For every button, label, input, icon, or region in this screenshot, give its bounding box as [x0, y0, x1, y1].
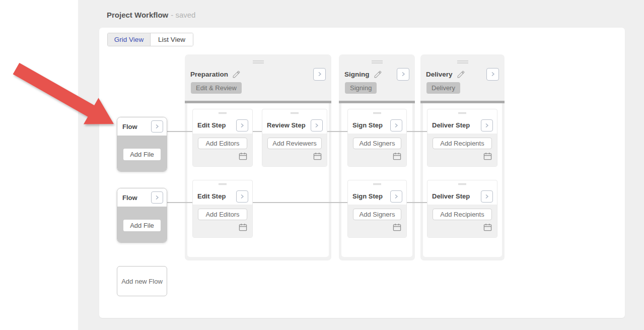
drag-handle-icon[interactable]: [262, 109, 327, 117]
step-title: Edit Step: [197, 192, 226, 200]
column-type-badge: Edit & Review: [191, 82, 242, 94]
step-title: Deliver Step: [432, 121, 470, 129]
open-step-button[interactable]: [390, 190, 402, 203]
drag-handle-icon[interactable]: [348, 180, 406, 188]
column-title: Signing: [344, 71, 370, 78]
step-title: Sign Step: [352, 192, 383, 200]
step-title: Edit Step: [197, 121, 226, 129]
open-step-button[interactable]: [236, 190, 248, 203]
tab-grid-view[interactable]: Grid View: [108, 33, 151, 46]
add-editors-button[interactable]: Add Editors: [198, 138, 247, 149]
save-status: - saved: [171, 11, 195, 19]
open-step-button[interactable]: [481, 119, 493, 131]
drag-handle-icon[interactable]: [348, 109, 406, 117]
tab-list-view[interactable]: List View: [151, 33, 193, 46]
drag-handle-icon[interactable]: [253, 60, 264, 64]
drag-handle-icon[interactable]: [193, 109, 252, 117]
pencil-icon[interactable]: [457, 70, 465, 79]
step-body: Add Recipients: [427, 134, 497, 166]
open-flow-button[interactable]: [151, 120, 163, 133]
step-card-edit[interactable]: Edit Step Add Editors: [192, 180, 253, 238]
open-column-button[interactable]: [397, 68, 409, 81]
step-card-review[interactable]: Review Step Add Reviewers: [262, 109, 327, 167]
add-signers-button[interactable]: Add Signers: [353, 138, 401, 149]
step-card-sign[interactable]: Sign Step Add Signers: [347, 180, 407, 238]
add-editors-button[interactable]: Add Editors: [198, 209, 247, 220]
step-body: Add Reviewers: [262, 134, 327, 166]
open-flow-button[interactable]: [151, 191, 163, 204]
drag-handle-icon[interactable]: [372, 60, 383, 64]
flow-card-row2[interactable]: Flow Add File: [117, 188, 167, 243]
step-header: Deliver Step: [427, 117, 497, 134]
step-header: Review Step: [262, 117, 327, 134]
step-header: Edit Step: [193, 188, 252, 205]
step-body: Add Signers: [348, 205, 406, 237]
flow-title: Flow: [122, 123, 137, 130]
step-body: Add Recipients: [427, 205, 497, 237]
drag-handle-icon[interactable]: [457, 60, 468, 64]
step-header: Sign Step: [348, 188, 406, 205]
step-header: Sign Step: [348, 117, 406, 134]
column-type-badge: Signing: [345, 82, 377, 94]
column-title: Preparation: [190, 71, 228, 78]
open-column-button[interactable]: [486, 68, 499, 81]
step-title: Deliver Step: [432, 192, 470, 200]
view-switcher: Grid View List View: [107, 33, 193, 46]
open-step-button[interactable]: [236, 119, 248, 131]
step-title: Review Step: [267, 121, 306, 129]
flow-body: Add File: [117, 136, 167, 171]
step-title: Sign Step: [352, 121, 383, 129]
pencil-icon[interactable]: [374, 70, 382, 79]
open-column-button[interactable]: [313, 68, 326, 81]
open-step-button[interactable]: [390, 119, 402, 131]
add-recipients-button[interactable]: Add Recipients: [433, 138, 492, 149]
drag-handle-icon[interactable]: [427, 109, 497, 117]
column-type-badge: Delivery: [426, 82, 460, 94]
step-card-deliver[interactable]: Deliver Step Add Recipients: [427, 109, 497, 167]
step-body: Add Editors: [193, 205, 252, 237]
step-body: Add Signers: [348, 134, 406, 166]
drag-handle-icon[interactable]: [193, 180, 252, 188]
add-recipients-button[interactable]: Add Recipients: [433, 209, 492, 220]
flow-title: Flow: [122, 194, 137, 202]
calendar-icon[interactable]: [393, 223, 401, 231]
calendar-icon[interactable]: [393, 152, 401, 160]
column-header: Delivery: [420, 67, 505, 82]
calendar-icon[interactable]: [483, 152, 492, 160]
calendar-icon[interactable]: [239, 152, 247, 160]
step-header: Edit Step: [193, 117, 252, 134]
calendar-icon[interactable]: [239, 223, 247, 231]
step-card-deliver[interactable]: Deliver Step Add Recipients: [427, 180, 497, 238]
workflow-builder-screen: Project Workflow- saved Grid View List V…: [0, 0, 644, 330]
calendar-icon[interactable]: [483, 223, 492, 231]
flow-card-row1[interactable]: Flow Add File: [117, 117, 167, 172]
step-body: Add Editors: [193, 134, 252, 166]
add-file-button[interactable]: Add File: [123, 220, 161, 231]
add-reviewers-button[interactable]: Add Reviewers: [267, 138, 322, 149]
drag-handle-icon[interactable]: [427, 180, 497, 188]
flow-header: Flow: [117, 188, 167, 207]
calendar-icon[interactable]: [313, 152, 322, 160]
add-new-flow-button[interactable]: Add new Flow: [117, 266, 167, 296]
add-signers-button[interactable]: Add Signers: [353, 209, 401, 220]
column-title: Delivery: [426, 71, 453, 78]
workflow-name: Project Workflow: [107, 11, 168, 19]
pencil-icon[interactable]: [232, 70, 241, 79]
step-card-edit[interactable]: Edit Step Add Editors: [192, 109, 253, 167]
page-title: Project Workflow- saved: [107, 11, 195, 19]
flow-header: Flow: [117, 117, 167, 136]
column-header: Preparation: [185, 67, 331, 82]
add-file-button[interactable]: Add File: [123, 149, 161, 160]
step-card-sign[interactable]: Sign Step Add Signers: [347, 109, 407, 167]
open-step-button[interactable]: [481, 190, 493, 203]
column-header: Signing: [339, 67, 415, 82]
open-step-button[interactable]: [311, 119, 323, 131]
step-header: Deliver Step: [427, 188, 497, 205]
flow-body: Add File: [117, 207, 167, 242]
